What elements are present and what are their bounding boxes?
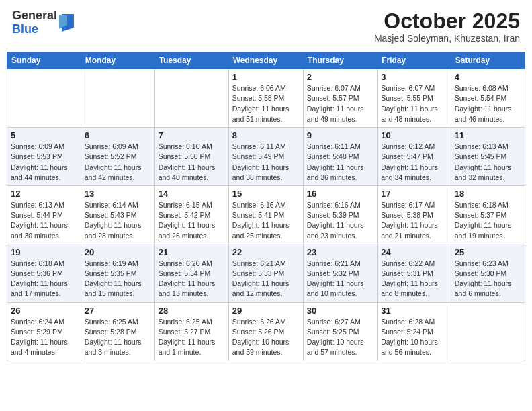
calendar-cell: 9Sunrise: 6:11 AM Sunset: 5:48 PM Daylig… [303,128,377,186]
day-number: 26 [11,306,77,316]
calendar-cell [154,69,228,128]
calendar-cell: 30Sunrise: 6:27 AM Sunset: 5:25 PM Dayli… [303,302,377,361]
day-info: Sunrise: 6:27 AM Sunset: 5:25 PM Dayligh… [307,317,373,358]
day-info: Sunrise: 6:20 AM Sunset: 5:34 PM Dayligh… [159,259,225,300]
month-title: October 2025 [374,9,520,33]
weekday-header-monday: Monday [81,52,154,69]
day-number: 15 [232,189,300,199]
day-info: Sunrise: 6:11 AM Sunset: 5:49 PM Dayligh… [232,142,300,183]
calendar-cell: 3Sunrise: 6:07 AM Sunset: 5:55 PM Daylig… [378,69,451,128]
calendar-cell [7,69,81,128]
weekday-header-wednesday: Wednesday [228,52,303,69]
day-info: Sunrise: 6:19 AM Sunset: 5:35 PM Dayligh… [85,259,151,300]
week-row-5: 26Sunrise: 6:24 AM Sunset: 5:29 PM Dayli… [7,302,525,361]
calendar-cell: 28Sunrise: 6:25 AM Sunset: 5:27 PM Dayli… [154,302,228,361]
day-info: Sunrise: 6:16 AM Sunset: 5:41 PM Dayligh… [232,200,300,241]
day-number: 14 [159,189,225,199]
day-info: Sunrise: 6:26 AM Sunset: 5:26 PM Dayligh… [232,317,300,358]
calendar-cell: 4Sunrise: 6:08 AM Sunset: 5:54 PM Daylig… [451,69,525,128]
calendar-cell: 25Sunrise: 6:23 AM Sunset: 5:30 PM Dayli… [451,244,525,302]
day-info: Sunrise: 6:15 AM Sunset: 5:42 PM Dayligh… [159,200,225,241]
day-number: 21 [159,247,225,257]
logo-general-text: General [12,9,57,23]
day-number: 12 [11,189,77,199]
day-info: Sunrise: 6:22 AM Sunset: 5:31 PM Dayligh… [381,259,447,300]
calendar-cell: 26Sunrise: 6:24 AM Sunset: 5:29 PM Dayli… [7,302,81,361]
calendar-cell: 11Sunrise: 6:13 AM Sunset: 5:45 PM Dayli… [451,128,525,186]
calendar-cell: 31Sunrise: 6:28 AM Sunset: 5:24 PM Dayli… [378,302,451,361]
day-number: 8 [232,130,300,140]
day-number: 5 [11,130,77,140]
calendar-cell: 16Sunrise: 6:16 AM Sunset: 5:39 PM Dayli… [303,185,377,244]
calendar-cell: 1Sunrise: 6:06 AM Sunset: 5:58 PM Daylig… [228,69,303,128]
day-number: 9 [307,130,373,140]
day-info: Sunrise: 6:10 AM Sunset: 5:50 PM Dayligh… [159,142,225,183]
day-number: 1 [232,72,300,82]
day-number: 25 [455,247,521,257]
calendar-cell: 19Sunrise: 6:18 AM Sunset: 5:36 PM Dayli… [7,244,81,302]
logo-blue-text: Blue [12,23,57,36]
page-header: General Blue October 2025 Masjed Soleyma… [7,7,525,46]
week-row-3: 12Sunrise: 6:13 AM Sunset: 5:44 PM Dayli… [7,185,525,244]
weekday-header-saturday: Saturday [451,52,525,69]
day-number: 16 [307,189,373,199]
day-number: 31 [381,306,447,316]
calendar-cell: 14Sunrise: 6:15 AM Sunset: 5:42 PM Dayli… [154,185,228,244]
title-block: October 2025 Masjed Soleyman, Khuzestan,… [374,9,520,44]
day-info: Sunrise: 6:21 AM Sunset: 5:33 PM Dayligh… [232,259,300,300]
calendar-cell: 17Sunrise: 6:17 AM Sunset: 5:38 PM Dayli… [378,185,451,244]
day-info: Sunrise: 6:09 AM Sunset: 5:52 PM Dayligh… [85,142,151,183]
day-number: 10 [381,130,447,140]
day-number: 18 [455,189,521,199]
location-text: Masjed Soleyman, Khuzestan, Iran [374,33,520,44]
calendar-cell: 23Sunrise: 6:21 AM Sunset: 5:32 PM Dayli… [303,244,377,302]
day-number: 4 [455,72,521,82]
day-number: 27 [85,306,151,316]
day-number: 17 [381,189,447,199]
day-number: 24 [381,247,447,257]
day-info: Sunrise: 6:06 AM Sunset: 5:58 PM Dayligh… [232,83,300,124]
day-number: 29 [232,306,300,316]
calendar-cell: 18Sunrise: 6:18 AM Sunset: 5:37 PM Dayli… [451,185,525,244]
calendar-cell: 2Sunrise: 6:07 AM Sunset: 5:57 PM Daylig… [303,69,377,128]
day-info: Sunrise: 6:09 AM Sunset: 5:53 PM Dayligh… [11,142,77,183]
day-info: Sunrise: 6:18 AM Sunset: 5:37 PM Dayligh… [455,200,521,241]
day-number: 7 [159,130,225,140]
day-info: Sunrise: 6:23 AM Sunset: 5:30 PM Dayligh… [455,259,521,300]
day-info: Sunrise: 6:17 AM Sunset: 5:38 PM Dayligh… [381,200,447,241]
day-info: Sunrise: 6:08 AM Sunset: 5:54 PM Dayligh… [455,83,521,124]
day-info: Sunrise: 6:24 AM Sunset: 5:29 PM Dayligh… [11,317,77,358]
calendar-cell: 21Sunrise: 6:20 AM Sunset: 5:34 PM Dayli… [154,244,228,302]
day-info: Sunrise: 6:18 AM Sunset: 5:36 PM Dayligh… [11,259,77,300]
day-info: Sunrise: 6:13 AM Sunset: 5:44 PM Dayligh… [11,200,77,241]
weekday-header-tuesday: Tuesday [154,52,228,69]
day-info: Sunrise: 6:07 AM Sunset: 5:57 PM Dayligh… [307,83,373,124]
day-number: 20 [85,247,151,257]
calendar-cell: 20Sunrise: 6:19 AM Sunset: 5:35 PM Dayli… [81,244,154,302]
calendar-cell [81,69,154,128]
day-number: 2 [307,72,373,82]
weekday-header-thursday: Thursday [303,52,377,69]
calendar-cell: 7Sunrise: 6:10 AM Sunset: 5:50 PM Daylig… [154,128,228,186]
logo: General Blue [12,9,74,36]
weekday-header-row: SundayMondayTuesdayWednesdayThursdayFrid… [7,52,525,69]
day-number: 11 [455,130,521,140]
day-number: 19 [11,247,77,257]
day-info: Sunrise: 6:25 AM Sunset: 5:28 PM Dayligh… [85,317,151,358]
day-info: Sunrise: 6:21 AM Sunset: 5:32 PM Dayligh… [307,259,373,300]
day-number: 30 [307,306,373,316]
day-number: 13 [85,189,151,199]
day-info: Sunrise: 6:12 AM Sunset: 5:47 PM Dayligh… [381,142,447,183]
week-row-4: 19Sunrise: 6:18 AM Sunset: 5:36 PM Dayli… [7,244,525,302]
day-info: Sunrise: 6:16 AM Sunset: 5:39 PM Dayligh… [307,200,373,241]
calendar-cell: 29Sunrise: 6:26 AM Sunset: 5:26 PM Dayli… [228,302,303,361]
day-info: Sunrise: 6:25 AM Sunset: 5:27 PM Dayligh… [159,317,225,358]
weekday-header-sunday: Sunday [7,52,81,69]
calendar-cell [451,302,525,361]
day-number: 28 [159,306,225,316]
weekday-header-friday: Friday [378,52,451,69]
day-info: Sunrise: 6:13 AM Sunset: 5:45 PM Dayligh… [455,142,521,183]
day-info: Sunrise: 6:14 AM Sunset: 5:43 PM Dayligh… [85,200,151,241]
calendar-cell: 5Sunrise: 6:09 AM Sunset: 5:53 PM Daylig… [7,128,81,186]
day-number: 6 [85,130,151,140]
